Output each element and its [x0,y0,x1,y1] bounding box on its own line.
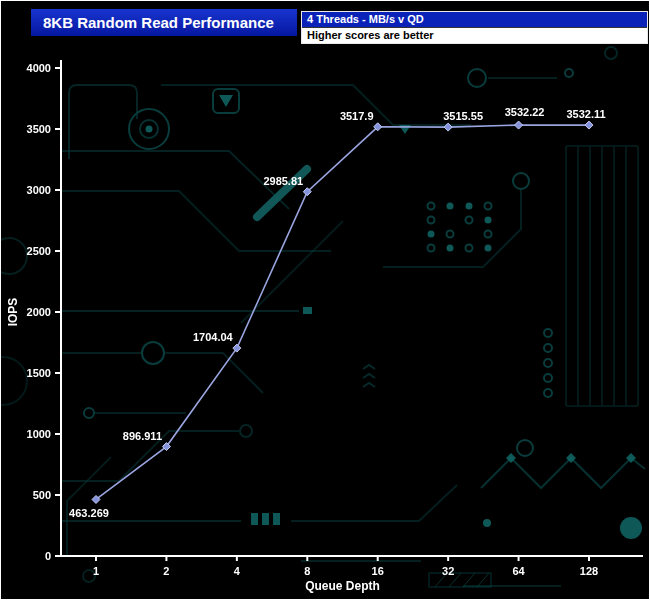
legend-note: Higher scores are better [302,27,647,43]
svg-text:128: 128 [580,565,598,577]
svg-text:16: 16 [372,565,384,577]
svg-text:4: 4 [234,565,241,577]
svg-text:463.269: 463.269 [69,507,109,519]
chart-legend: 4 Threads - MB/s v QD Higher scores are … [301,11,648,44]
svg-text:3500: 3500 [27,123,51,135]
legend-series-label: 4 Threads - MB/s v QD [302,12,647,27]
svg-text:0: 0 [45,550,51,562]
svg-text:3532.22: 3532.22 [505,106,545,118]
svg-text:3000: 3000 [27,184,51,196]
svg-text:1: 1 [93,565,99,577]
svg-text:1704.04: 1704.04 [193,331,234,343]
chart-screenshot: 8KB Random Read Performance 4 Threads - … [0,0,650,600]
svg-text:896.911: 896.911 [123,430,162,442]
chart-title-bar: 8KB Random Read Performance [31,9,297,36]
chart-title: 8KB Random Read Performance [43,14,274,31]
svg-text:IOPS: IOPS [6,298,20,327]
svg-text:4000: 4000 [27,62,51,74]
svg-text:64: 64 [512,565,525,577]
svg-text:1000: 1000 [27,428,51,440]
svg-text:3515.55: 3515.55 [443,110,483,122]
svg-text:Queue Depth: Queue Depth [305,579,380,593]
svg-text:3532.11: 3532.11 [566,108,605,120]
svg-text:2500: 2500 [27,245,51,257]
svg-text:1500: 1500 [27,367,51,379]
svg-text:500: 500 [33,489,51,501]
iops-line-chart: 0500100015002000250030003500400012481632… [1,1,650,600]
svg-text:3517.9: 3517.9 [340,110,374,122]
svg-text:2985.81: 2985.81 [263,175,303,187]
svg-text:8: 8 [304,565,310,577]
svg-text:2000: 2000 [27,306,51,318]
svg-text:32: 32 [442,565,454,577]
svg-text:2: 2 [163,565,169,577]
